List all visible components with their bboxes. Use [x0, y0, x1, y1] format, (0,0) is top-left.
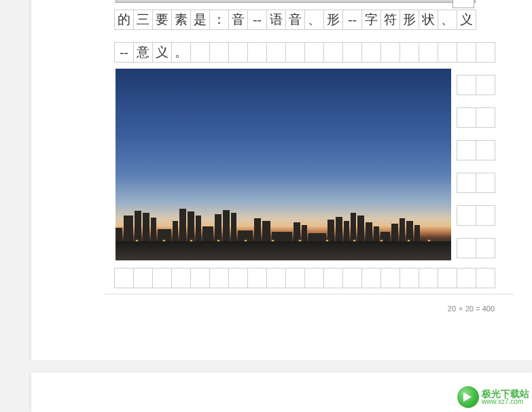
grid-cell [248, 268, 267, 288]
grid-cell: 的 [115, 10, 134, 30]
grid-row-1: 的 三 要 素 是 ： 音 -- 语 音 、 形 -- 字 符 形 状 、 义 [114, 10, 476, 30]
grid-cell [267, 42, 286, 63]
grid-cell: 状 [419, 10, 438, 30]
grid-cell [476, 205, 495, 226]
grid-row-partial [457, 173, 495, 193]
grid-cell: -- [248, 10, 267, 30]
watermark-name: 极光下载站 [482, 389, 529, 398]
grid-cell [324, 268, 343, 288]
grid-cell [191, 42, 210, 63]
cityscape-image [116, 69, 451, 260]
grid-cell: 意 [134, 42, 153, 63]
grid-cell [286, 268, 305, 288]
grid-cell: 、 [305, 10, 324, 30]
grid-cell [172, 268, 191, 288]
skyline [116, 201, 451, 241]
grid-cell: 。 [172, 42, 191, 63]
total-expr: 20 = 400 [465, 305, 495, 313]
grid-cell [324, 42, 343, 63]
grid-cell: 语 [267, 10, 286, 30]
cols-count: 20 [448, 305, 456, 313]
grid-cell: 形 [400, 10, 419, 30]
water-reflection [116, 241, 451, 260]
grid-cell [191, 268, 210, 288]
grid-cell: 音 [286, 10, 305, 30]
grid-cell: 义 [153, 42, 172, 63]
grid-cell [400, 268, 419, 288]
multiply-icon: × [459, 305, 463, 313]
grid-cell [476, 140, 495, 160]
grid-cell: 符 [381, 10, 400, 30]
grid-cell: 字 [362, 10, 381, 30]
grid-cell [362, 42, 381, 63]
grid-cell [343, 268, 362, 288]
grid-row-partial [457, 205, 495, 226]
grid-cell [305, 268, 324, 288]
grid-cell [229, 268, 248, 288]
grid-cell [457, 140, 476, 160]
grid-cell: 素 [172, 10, 191, 30]
grid-row-partial [457, 140, 495, 160]
grid-row-2: -- 意 义 。 [114, 42, 495, 63]
grid-cell [476, 173, 495, 193]
grid-cell [115, 268, 134, 288]
grid-cell [286, 42, 305, 63]
grid-cell: 要 [153, 10, 172, 30]
grid-cell: -- [115, 42, 134, 63]
grid-row-partial [457, 107, 495, 128]
grid-row-partial [457, 238, 495, 258]
grid-cell: -- [343, 10, 362, 30]
grid-cell [134, 268, 153, 288]
grid-cell: 是 [191, 10, 210, 30]
grid-cell: 义 [457, 10, 476, 30]
grid-cell [476, 42, 495, 63]
inserted-image[interactable] [116, 69, 451, 260]
grid-cell [457, 75, 476, 95]
grid-cell [248, 42, 267, 63]
grid-cell [476, 268, 495, 288]
watermark: 极光下载站 www.xz7.com [457, 386, 529, 408]
grid-cell [381, 42, 400, 63]
grid-cell: 形 [324, 10, 343, 30]
grid-cell [457, 238, 476, 258]
grid-row-partial [457, 75, 495, 95]
grid-cell [419, 268, 438, 288]
grid-cell [476, 238, 495, 258]
grid-cell [457, 268, 476, 288]
grid-cell: 三 [134, 10, 153, 30]
textbox-handle[interactable] [453, 0, 474, 8]
grid-cell [210, 268, 229, 288]
grid-cell [267, 268, 286, 288]
grid-cell [476, 107, 495, 128]
grid-cell [400, 42, 419, 63]
grid-cell [457, 205, 476, 226]
grid-cell: 音 [229, 10, 248, 30]
grid-cell [305, 42, 324, 63]
grid-cell [381, 268, 400, 288]
grid-cell [362, 268, 381, 288]
watermark-url: www.xz7.com [482, 398, 529, 405]
grid-cell [457, 42, 476, 63]
grid-cell [438, 42, 457, 63]
grid-cell [457, 107, 476, 128]
grid-row-empty [114, 268, 495, 288]
grid-cell: 、 [438, 10, 457, 30]
grid-count: 20 × 20 = 400 [448, 305, 495, 313]
grid-cell: ： [210, 10, 229, 30]
watermark-logo-icon [457, 386, 479, 408]
grid-cell [343, 42, 362, 63]
grid-cell [476, 75, 495, 95]
textbox-selection[interactable] [116, 0, 476, 3]
grid-cell [438, 268, 457, 288]
grid-cell [457, 173, 476, 193]
grid-cell [210, 42, 229, 63]
grid-cell [153, 268, 172, 288]
grid-cell [419, 42, 438, 63]
grid-cell [229, 42, 248, 63]
divider [105, 294, 514, 294]
